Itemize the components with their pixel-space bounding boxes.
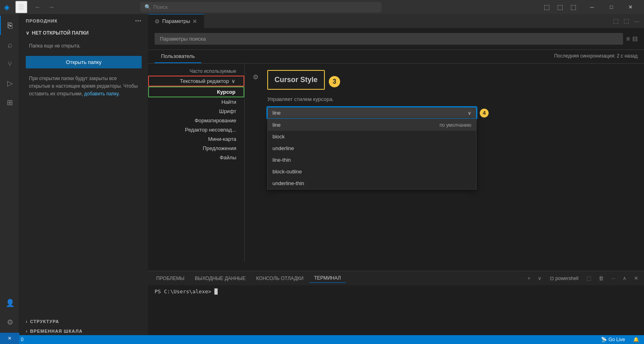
filter-lines-icon[interactable]: ≡ bbox=[626, 35, 630, 43]
no-folder-label: НЕТ ОТКРЫТОЙ ПАПКИ bbox=[32, 30, 89, 36]
nav-item-files[interactable]: Файлы bbox=[148, 153, 244, 162]
cursor-style-dropdown-menu: line по умолчанию block underline bbox=[267, 119, 477, 190]
nav-item-cursor[interactable]: Курсор bbox=[148, 87, 244, 97]
status-indicator[interactable]: ✕ bbox=[0, 333, 19, 335]
activity-bar: ⎘ ⌕ ⑂ ▷ ⊞ 👤 ⚙ ✕ bbox=[0, 14, 19, 335]
activity-btn-explorer[interactable]: ⎘ bbox=[0, 16, 19, 35]
activity-btn-accounts[interactable]: 👤 bbox=[0, 293, 19, 313]
terminal-powershell-btn[interactable]: ⊡ powershell bbox=[547, 275, 582, 282]
cursor-style-group: Cursor Style 3 Управляет стилем курсора.… bbox=[267, 70, 638, 119]
layout-btn-1[interactable]: ⬚ bbox=[541, 2, 552, 12]
terminal-tab-problems[interactable]: ПРОБЛЕМЫ bbox=[151, 274, 189, 283]
open-folder-button[interactable]: Открыть папку bbox=[26, 56, 142, 68]
add-folder-link[interactable]: добавить папку. bbox=[84, 91, 120, 97]
activity-btn-source-control[interactable]: ⑂ bbox=[0, 54, 19, 74]
source-control-icon: ⑂ bbox=[8, 60, 12, 68]
sidebar-title: ПРОВОДНИК bbox=[26, 19, 58, 23]
close-button[interactable]: ✕ bbox=[621, 0, 640, 14]
open-editors-btn[interactable]: ⬚ bbox=[611, 16, 620, 26]
no-folder-section[interactable]: ∨ НЕТ ОТКРЫТОЙ ПАПКИ bbox=[19, 27, 148, 39]
terminal-chevron-up-btn[interactable]: ∧ bbox=[620, 274, 629, 282]
chevron-right-icon-2: › bbox=[26, 329, 28, 334]
structure-label: СТРУКТУРА bbox=[30, 319, 59, 324]
cursor-style-dropdown-container: line ∨ line по умолчанию block bbox=[267, 107, 477, 119]
terminal-tab-output[interactable]: ВЫХОДНЫЕ ДАННЫЕ bbox=[190, 274, 250, 283]
dropdown-option-line-thin[interactable]: line-thin bbox=[268, 154, 476, 166]
maximize-button[interactable]: □ bbox=[602, 0, 621, 14]
menu-button[interactable]: ☰ bbox=[15, 1, 27, 13]
cursor-style-badge: 3 bbox=[329, 76, 340, 87]
terminal-tab-terminal[interactable]: ТЕРМИНАЛ bbox=[309, 274, 346, 283]
activity-btn-run[interactable]: ▷ bbox=[0, 74, 19, 93]
back-button[interactable]: ← bbox=[31, 2, 44, 12]
activity-btn-settings[interactable]: ⚙ bbox=[0, 313, 19, 332]
dropdown-option-underline-thin[interactable]: underline-thin bbox=[268, 177, 476, 189]
dropdown-option-underline[interactable]: underline bbox=[268, 142, 476, 154]
settings-main: ⚙ Cursor Style 3 Управляет стилем курсор… bbox=[245, 64, 644, 262]
filter-icon[interactable]: ⊟ bbox=[632, 35, 638, 43]
sidebar-more-btn[interactable]: ··· bbox=[135, 17, 142, 25]
activity-btn-search[interactable]: ⌕ bbox=[0, 35, 19, 54]
titlebar-right-actions: ⬚ ⬚ ⬚ bbox=[541, 2, 579, 12]
sidebar: ПРОВОДНИК ··· ∨ НЕТ ОТКРЫТОЙ ПАПКИ Папка… bbox=[19, 14, 148, 335]
layout-btn-2[interactable]: ⬚ bbox=[555, 2, 566, 12]
terminal-chevron-btn[interactable]: ∨ bbox=[535, 274, 544, 282]
terminal-trash-btn[interactable]: 🗑 bbox=[596, 274, 606, 282]
titlebar-search-input[interactable] bbox=[153, 4, 377, 10]
terminal-add-btn[interactable]: + bbox=[525, 274, 533, 282]
terminal-close-btn[interactable]: ✕ bbox=[632, 274, 641, 282]
terminal-tab-actions: + ∨ ⊡ powershell ⬚ 🗑 ··· ∧ ✕ bbox=[525, 274, 641, 282]
run-icon: ▷ bbox=[7, 79, 13, 88]
cursor-style-title: Cursor Style bbox=[275, 76, 318, 84]
dropdown-option-block[interactable]: block bbox=[268, 131, 476, 142]
powershell-icon: ⊡ bbox=[550, 276, 554, 281]
dropdown-option-block-outline[interactable]: block-outline bbox=[268, 166, 476, 177]
chevron-down-icon: ∨ bbox=[468, 110, 471, 116]
more-actions-btn[interactable]: ··· bbox=[632, 16, 641, 26]
cursor-style-header: Cursor Style 3 bbox=[267, 70, 638, 93]
nav-item-minimap[interactable]: Мини-карта bbox=[148, 134, 244, 144]
terminal-prompt: PS C:\Users\alexe> █ bbox=[155, 288, 218, 295]
search-icon: ⌕ bbox=[8, 40, 12, 49]
dropdown-option-line[interactable]: line по умолчанию bbox=[268, 119, 476, 131]
tab-settings-label: Параметры bbox=[162, 18, 190, 24]
nav-item-find[interactable]: Найти bbox=[148, 97, 244, 107]
forward-button[interactable]: → bbox=[45, 2, 58, 12]
terminal-more-btn[interactable]: ··· bbox=[609, 274, 618, 282]
terminal-content: PS C:\Users\alexe> █ bbox=[148, 285, 644, 335]
nav-section-frequently-used: Часто используемые bbox=[148, 67, 244, 76]
vscode-logo: ◈ bbox=[4, 3, 10, 12]
accounts-icon: 👤 bbox=[6, 299, 14, 307]
tab-settings[interactable]: ⚙ Параметры ✕ bbox=[148, 14, 204, 28]
nav-item-formatting[interactable]: Форматирование bbox=[148, 116, 244, 125]
nav-item-diff-editor[interactable]: Редактор несовпад... bbox=[148, 125, 244, 134]
dropdown-current-value: line bbox=[272, 110, 281, 116]
status-right: 📡 Go Live 🔔 bbox=[599, 337, 641, 342]
dropdown-badge-number: 4 bbox=[480, 109, 489, 117]
settings-search-bar: ≡ ⊟ bbox=[148, 28, 644, 50]
extensions-icon: ⊞ bbox=[7, 98, 13, 107]
status-go-live[interactable]: 📡 Go Live bbox=[599, 337, 627, 342]
settings-gear-button[interactable]: ⚙ bbox=[251, 72, 260, 82]
sidebar-section-timeline[interactable]: › ВРЕМЕННАЯ ШКАЛА bbox=[19, 325, 148, 335]
tab-actions: ⬚ ⬚ ··· bbox=[611, 16, 644, 26]
terminal-split-btn[interactable]: ⬚ bbox=[584, 274, 594, 282]
sidebar-section-structure[interactable]: › СТРУКТУРА bbox=[19, 316, 148, 325]
tab-close-btn[interactable]: ✕ bbox=[192, 18, 197, 25]
tab-user[interactable]: Пользователь bbox=[155, 50, 201, 63]
activity-btn-extensions[interactable]: ⊞ bbox=[0, 93, 19, 112]
titlebar-search-box[interactable]: 🔍 bbox=[140, 2, 382, 12]
layout-btn-3[interactable]: ⬚ bbox=[568, 2, 579, 12]
minimize-button[interactable]: ─ bbox=[583, 0, 601, 14]
nav-item-text-editor[interactable]: Текстовый редактор ∨ bbox=[148, 76, 244, 87]
split-editor-btn[interactable]: ⬚ bbox=[622, 16, 631, 26]
sidebar-header: ПРОВОДНИК ··· bbox=[19, 14, 148, 27]
status-notification-bell[interactable]: 🔔 bbox=[632, 337, 641, 342]
nav-item-font[interactable]: Шрифт bbox=[148, 107, 244, 116]
cursor-style-description: Управляет стилем курсора. bbox=[267, 96, 638, 102]
settings-search-input[interactable] bbox=[155, 33, 623, 45]
nav-item-suggest[interactable]: Предложения bbox=[148, 144, 244, 153]
cursor-style-dropdown[interactable]: line ∨ bbox=[267, 107, 477, 119]
terminal-tab-debug-console[interactable]: КОНСОЛЬ ОТЛАДКИ bbox=[251, 274, 308, 283]
warning-count: 0 bbox=[21, 337, 24, 342]
